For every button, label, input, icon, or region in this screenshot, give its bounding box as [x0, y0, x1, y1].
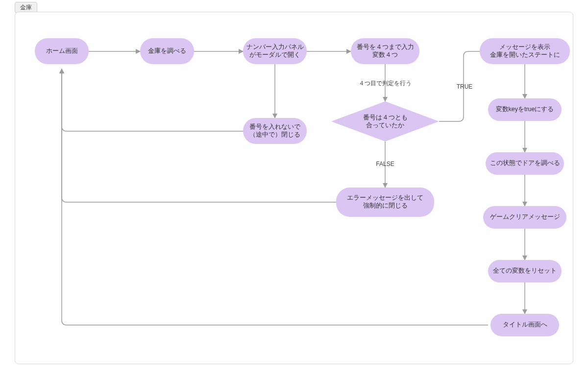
node-home-label: ホーム画面 — [46, 47, 78, 54]
node-clear-msg-label: ゲームクリアメッセージ — [490, 213, 560, 220]
node-error-l2: 強制的に閉じる — [363, 202, 408, 209]
node-key-true-label: 変数keyをtrueにする — [496, 105, 554, 113]
label-true: TRUE — [457, 83, 473, 90]
node-input4-l2: 変数４つ — [372, 51, 398, 58]
node-modal-l2: がモーダルで開く — [249, 51, 300, 58]
tab-label: 金庫 — [20, 4, 32, 11]
node-modal-l1: ナンバー入力パネル — [246, 44, 304, 50]
node-to-title-label: タイトル画面へ — [503, 321, 547, 328]
node-error-l1: エラーメッセージを出して — [347, 194, 423, 201]
node-decision — [331, 101, 439, 141]
node-check-door-label: この状態でドアを調べる — [490, 160, 560, 166]
node-close-early-l2: （途中で）閉じる — [249, 131, 300, 138]
node-reset-vars-label: 全ての変数をリセット — [493, 267, 557, 274]
node-msg-open-l1: メッセージを表示 — [499, 44, 550, 50]
node-decision-l2: 合っていたか — [366, 122, 404, 129]
node-msg-open-l2: 金庫を開いたステートに — [490, 51, 560, 58]
edge-closeearly-home — [62, 69, 243, 131]
flowchart-svg: ４つ目で判定を行う FALSE TRUE ホーム画面 金庫を調べる ナンバー入力… — [15, 12, 574, 365]
node-input4-l1: 番号を４つまで入力 — [357, 44, 414, 50]
label-judge-at-4: ４つ目で判定を行う — [359, 80, 412, 87]
node-decision-l1: 番号は４つとも — [363, 114, 408, 121]
node-close-early-l1: 番号を入れないで — [249, 123, 301, 130]
node-inspect-label: 金庫を調べる — [148, 47, 186, 54]
diagram-panel: ４つ目で判定を行う FALSE TRUE ホーム画面 金庫を調べる ナンバー入力… — [15, 12, 573, 364]
label-false: FALSE — [376, 161, 394, 167]
